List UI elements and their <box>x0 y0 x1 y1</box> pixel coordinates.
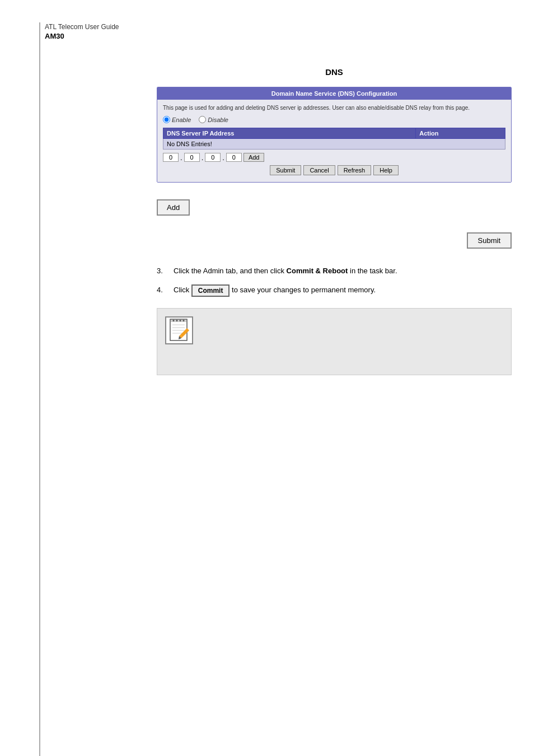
dns-cancel-button[interactable]: Cancel <box>303 165 335 175</box>
step-3-bold: Commit & Reboot <box>287 267 348 275</box>
svg-point-4 <box>180 320 181 321</box>
enable-radio-label[interactable]: Enable <box>163 116 191 123</box>
svg-point-5 <box>183 320 185 321</box>
add-standalone-section: Add <box>157 199 512 216</box>
ip-octet-2[interactable] <box>184 153 200 162</box>
step-4-text-after: to save your changes to permanent memory… <box>229 286 376 294</box>
step-3-text-after: in the task bar. <box>348 267 397 275</box>
col-action-header: Action <box>416 128 505 139</box>
page-heading: DNS <box>157 67 512 77</box>
ip-octet-3[interactable] <box>205 153 221 162</box>
step-4-number: 4. <box>157 284 168 296</box>
dns-config-header: Domain Name Service (DNS) Configuration <box>157 87 511 100</box>
no-entries-cell: No DNS Entries! <box>163 139 505 150</box>
ip-octet-1[interactable] <box>163 153 179 162</box>
radio-row: Enable Disable <box>163 116 505 123</box>
ip-octet-4[interactable] <box>226 153 242 162</box>
step-4-text-before: Click <box>174 286 191 294</box>
dns-table: DNS Server IP Address Action No DNS Entr… <box>163 128 505 150</box>
add-ip-button[interactable]: Add <box>243 153 265 162</box>
dns-footer-buttons: Submit Cancel Refresh Help <box>163 162 505 178</box>
model-label: AM30 <box>45 32 119 40</box>
dns-help-button[interactable]: Help <box>373 165 399 175</box>
add-button[interactable]: Add <box>157 199 190 216</box>
step-3-number: 3. <box>157 265 168 277</box>
table-row-no-entries: No DNS Entries! <box>163 139 505 150</box>
svg-point-3 <box>176 320 178 321</box>
submit-standalone-section: Submit <box>157 232 512 249</box>
guide-title: ATL Telecom User Guide <box>45 22 119 32</box>
main-content: DNS Domain Name Service (DNS) Configurat… <box>157 67 512 375</box>
header-section: ATL Telecom User Guide AM30 <box>45 22 119 40</box>
step-3-text-before: Click the Admin tab, and then click <box>174 267 287 275</box>
dns-description: This page is used for adding and deletin… <box>163 104 505 111</box>
dns-config-box: Domain Name Service (DNS) Configuration … <box>157 87 512 183</box>
ip-input-row: . . . Add <box>163 153 505 162</box>
dns-submit-button[interactable]: Submit <box>270 165 301 175</box>
note-box <box>157 308 512 375</box>
disable-label: Disable <box>208 116 228 123</box>
step-3: 3. Click the Admin tab, and then click C… <box>157 265 512 277</box>
step-4: 4. Click Commit to save your changes to … <box>157 284 512 297</box>
enable-label: Enable <box>172 116 191 123</box>
notepad-icon <box>168 318 190 343</box>
note-icon <box>165 316 193 344</box>
step-3-text: Click the Admin tab, and then click Comm… <box>174 265 512 277</box>
submit-button[interactable]: Submit <box>467 232 512 249</box>
commit-button[interactable]: Commit <box>191 284 230 297</box>
col-ip-header: DNS Server IP Address <box>163 128 416 139</box>
step-4-text: Click Commit to save your changes to per… <box>174 284 512 297</box>
sidebar-line <box>39 22 40 756</box>
dns-refresh-button[interactable]: Refresh <box>338 165 372 175</box>
dns-config-body: This page is used for adding and deletin… <box>157 100 511 182</box>
svg-point-2 <box>173 320 175 321</box>
disable-radio[interactable] <box>199 116 206 123</box>
enable-radio[interactable] <box>163 116 170 123</box>
disable-radio-label[interactable]: Disable <box>199 116 228 123</box>
steps-section: 3. Click the Admin tab, and then click C… <box>157 265 512 297</box>
svg-rect-0 <box>170 319 187 340</box>
